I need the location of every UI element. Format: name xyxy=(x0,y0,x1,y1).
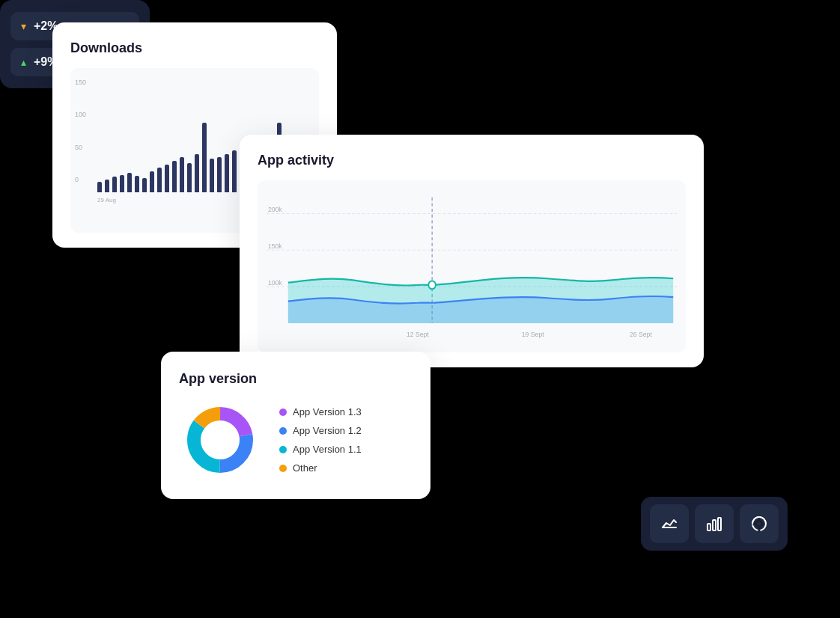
line-chart-svg: 200k 150k 100k 12 Sept 19 Sept 26 Sept xyxy=(267,189,677,343)
legend-item-v11: App Version 1.1 xyxy=(279,444,362,455)
donut-svg xyxy=(179,399,261,481)
bar-item xyxy=(135,176,139,192)
bar-item xyxy=(112,177,117,192)
legend-dot-other xyxy=(279,465,287,472)
bar-item xyxy=(165,165,169,192)
donut-chart-icon xyxy=(750,515,768,533)
svg-rect-17 xyxy=(713,520,716,530)
legend-dot-v11 xyxy=(279,446,287,453)
svg-point-15 xyxy=(201,421,239,459)
bar-item xyxy=(142,178,147,192)
svg-text:150k: 150k xyxy=(268,242,282,251)
legend-dot-v13 xyxy=(279,409,287,416)
line-chart-area: 200k 150k 100k 12 Sept 19 Sept 26 Sept xyxy=(258,180,686,352)
legend-label-v12: App Version 1.2 xyxy=(293,425,362,436)
bar-item xyxy=(217,157,222,192)
bar-item xyxy=(157,168,162,192)
bar-item xyxy=(120,175,124,192)
bar-item xyxy=(210,159,214,192)
legend-label-other: Other xyxy=(293,462,317,474)
line-chart-icon xyxy=(660,515,678,533)
bar-item xyxy=(127,173,132,192)
activity-card: App activity 200k 150k 100k 12 Sept xyxy=(240,135,704,367)
legend-item-v13: App Version 1.3 xyxy=(279,406,362,417)
version-legend: App Version 1.3 App Version 1.2 App Vers… xyxy=(279,406,362,474)
svg-text:100k: 100k xyxy=(268,278,282,287)
decrease-icon: ▾ xyxy=(21,20,26,32)
bar-item xyxy=(225,154,229,192)
legend-dot-v12 xyxy=(279,427,287,435)
downloads-y-axis: 150 100 50 0 xyxy=(75,79,86,183)
donut-chart-button[interactable] xyxy=(740,504,779,543)
icon-toolbar xyxy=(641,497,788,551)
activity-title: App activity xyxy=(258,153,686,168)
svg-rect-18 xyxy=(718,518,721,530)
svg-text:26 Sept: 26 Sept xyxy=(630,331,652,339)
increase-icon: ▴ xyxy=(21,56,26,68)
svg-point-7 xyxy=(428,281,436,290)
bar-chart-button[interactable] xyxy=(695,504,734,543)
legend-item-v12: App Version 1.2 xyxy=(279,425,362,436)
version-content: App Version 1.3 App Version 1.2 App Vers… xyxy=(179,399,413,481)
bar-item xyxy=(232,150,237,192)
bar-item xyxy=(150,171,154,192)
bar-item xyxy=(195,154,199,192)
bar-item xyxy=(172,161,177,192)
bar-item xyxy=(202,123,207,192)
bar-item xyxy=(97,182,102,192)
legend-item-other: Other xyxy=(279,462,362,474)
bar-chart-icon xyxy=(705,515,723,533)
legend-label-v13: App Version 1.3 xyxy=(293,406,362,417)
version-title: App version xyxy=(179,371,413,387)
line-chart-button[interactable] xyxy=(650,504,689,543)
svg-text:12 Sept: 12 Sept xyxy=(407,331,429,339)
legend-label-v11: App Version 1.1 xyxy=(293,444,362,455)
donut-chart xyxy=(179,399,261,481)
svg-rect-16 xyxy=(707,524,710,530)
bar-item xyxy=(180,157,184,192)
svg-text:200k: 200k xyxy=(268,206,282,214)
bar-item xyxy=(105,180,109,192)
bar-item xyxy=(187,163,192,192)
downloads-title: Downloads xyxy=(70,40,319,56)
version-card: App version App Version 1.3 xyxy=(161,352,430,499)
svg-text:19 Sept: 19 Sept xyxy=(522,331,544,339)
